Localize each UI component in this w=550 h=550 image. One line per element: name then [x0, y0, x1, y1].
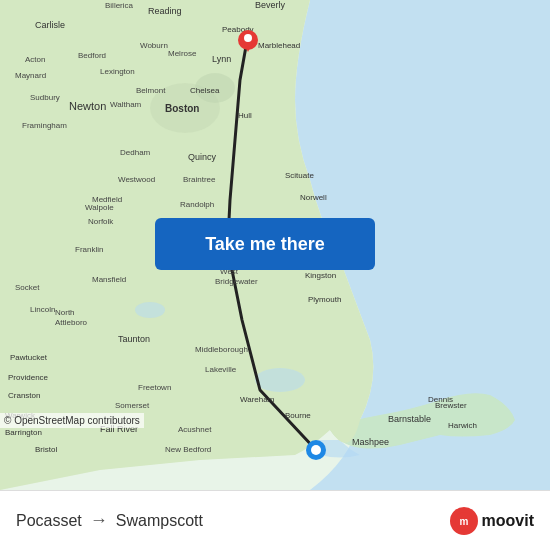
label-quincy: Quincy	[188, 152, 217, 162]
destination-city: Swampscott	[116, 512, 203, 530]
label-lakeville: Lakeville	[205, 365, 237, 374]
label-lexington: Lexington	[100, 67, 135, 76]
arrow-icon: →	[90, 510, 108, 531]
label-boston: Boston	[165, 103, 199, 114]
label-mashpee: Mashpee	[352, 437, 389, 447]
label-dedham: Dedham	[120, 148, 151, 157]
moovit-svg-icon: m	[455, 512, 473, 530]
footer: Pocasset → Swampscott m moovit	[0, 490, 550, 550]
label-acushnet: Acushnet	[178, 425, 212, 434]
label-kingston: Kingston	[305, 271, 336, 280]
label-maynard: Maynard	[15, 71, 46, 80]
label-walpole: Walpole	[85, 203, 114, 212]
label-norfolk: Norfolk	[88, 217, 114, 226]
label-bristol: Bristol	[35, 445, 57, 454]
svg-point-3	[135, 302, 165, 318]
label-barrington: Barrington	[5, 428, 42, 437]
label-providence: Providence	[8, 373, 49, 382]
label-chelsea: Chelsea	[190, 86, 220, 95]
moovit-text: moovit	[482, 512, 534, 530]
destination-pin-inner	[244, 34, 252, 42]
label-harwich: Harwich	[448, 421, 477, 430]
take-me-there-button[interactable]: Take me there	[155, 218, 375, 270]
label-plymouth: Plymouth	[308, 295, 341, 304]
label-westwood: Westwood	[118, 175, 155, 184]
label-marblehead: Marblehead	[258, 41, 300, 50]
label-newton: Newton	[69, 100, 106, 112]
label-somerset: Somerset	[115, 401, 150, 410]
label-melrose: Melrose	[168, 49, 197, 58]
label-socket: Socket	[15, 283, 40, 292]
moovit-icon: m	[450, 507, 478, 535]
map-container: Reading Carlisle Newton Billerica Beverl…	[0, 0, 550, 490]
label-braintree: Braintree	[183, 175, 216, 184]
label-barnstable: Barnstable	[388, 414, 431, 424]
label-beverly: Beverly	[255, 0, 286, 10]
label-woburn: Woburn	[140, 41, 168, 50]
label-brewster: Brewster	[435, 401, 467, 410]
label-bedford: Bedford	[78, 51, 106, 60]
label-cranston: Cranston	[8, 391, 40, 400]
svg-point-4	[255, 368, 305, 392]
label-belmont: Belmont	[136, 86, 166, 95]
svg-text:m: m	[459, 516, 468, 527]
label-randolph: Randolph	[180, 200, 214, 209]
osm-attribution: © OpenStreetMap contributors	[0, 413, 144, 428]
label-freetown: Freetown	[138, 383, 171, 392]
label-attleboro: Attleboro	[55, 318, 88, 327]
label-norwell: Norwell	[300, 193, 327, 202]
origin-pin-inner	[311, 445, 321, 455]
label-middleborough: Middleborough	[195, 345, 248, 354]
origin-city: Pocasset	[16, 512, 82, 530]
label-waltham: Waltham	[110, 100, 142, 109]
label-hull: Hull	[238, 111, 252, 120]
label-scituate: Scituate	[285, 171, 314, 180]
label-mansfield: Mansfield	[92, 275, 126, 284]
label-lincoln: Lincoln	[30, 305, 55, 314]
label-billerica: Billerica	[105, 1, 134, 10]
label-framingham: Framingham	[22, 121, 67, 130]
label-pawtucket: Pawtucket	[10, 353, 48, 362]
label-carlisle: Carlisle	[35, 20, 65, 30]
label-reading: Reading	[148, 6, 182, 16]
label-sudbury: Sudbury	[30, 93, 60, 102]
label-taunton: Taunton	[118, 334, 150, 344]
label-lynn: Lynn	[212, 54, 231, 64]
label-franklin: Franklin	[75, 245, 103, 254]
footer-left: Pocasset → Swampscott	[16, 510, 203, 531]
label-bourne: Bourne	[285, 411, 311, 420]
label-new-bedford: New Bedford	[165, 445, 211, 454]
label-acton: Acton	[25, 55, 45, 64]
moovit-logo[interactable]: m moovit	[450, 507, 534, 535]
label-north-attleboro: North	[55, 308, 75, 317]
label-west-bridgewater2: Bridgewater	[215, 277, 258, 286]
label-wareham: Wareham	[240, 395, 275, 404]
